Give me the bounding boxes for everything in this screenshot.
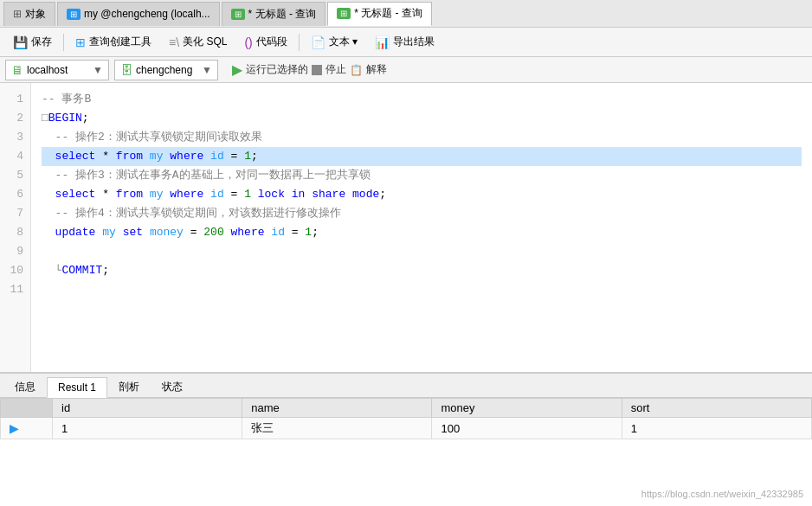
code-line-11 (42, 280, 802, 299)
col-name-header[interactable]: name (242, 399, 432, 418)
cell-money: 100 (432, 418, 622, 439)
text-button[interactable]: 📄 文本 ▾ (303, 31, 365, 54)
server-icon: 🖥 (11, 63, 23, 77)
stop-icon (312, 65, 322, 75)
code-line-5: -- 操作3：测试在事务A的基础上，对同一数据再上一把共享锁 (42, 166, 802, 185)
tab-query3[interactable]: ⊞ * 无标题 - 查询 (327, 2, 432, 26)
tab-status[interactable]: 状态 (151, 376, 194, 397)
cell-id: 1 (53, 418, 242, 439)
code-line-8: update my set money = 200 where id = 1; (42, 223, 802, 242)
run-controls: ▶ 运行已选择的 停止 📋 解释 (232, 61, 387, 78)
col-indicator-header (1, 399, 53, 418)
code-line-7: -- 操作4：测试共享锁锁定期间，对该数据进行修改操作 (42, 204, 802, 223)
connection-bar: 🖥 localhost ▼ 🗄 chengcheng ▼ ▶ 运行已选择的 停止… (0, 57, 812, 83)
query-tool-button[interactable]: ⊞ 查询创建工具 (68, 31, 159, 54)
save-icon: 💾 (13, 35, 28, 49)
export-icon: 📊 (375, 35, 390, 49)
stop-button[interactable]: 停止 (312, 62, 346, 77)
query-tool-icon: ⊞ (75, 35, 86, 49)
text-icon: 📄 (311, 35, 325, 49)
run-icon: ▶ (232, 61, 242, 78)
tab-result1[interactable]: Result 1 (47, 377, 107, 398)
bottom-tabs: 信息 Result 1 剖析 状态 (0, 374, 812, 398)
col-money-header[interactable]: money (432, 399, 622, 418)
db-dropdown-arrow: ▼ (202, 64, 212, 76)
code-editor[interactable]: -- 事务B □BEGIN; -- 操作2：测试共享锁锁定期间读取效果 sele… (31, 83, 812, 372)
editor-section: 1 2 3 4 5 6 7 8 9 10 11 -- 事务B □BEGIN; -… (0, 83, 812, 372)
editor-container: 1 2 3 4 5 6 7 8 9 10 11 -- 事务B □BEGIN; -… (0, 83, 812, 372)
code-line-1: -- 事务B (42, 90, 802, 109)
explain-icon: 📋 (350, 64, 363, 76)
query-icon-2: ⊞ (231, 9, 245, 20)
tab-info[interactable]: 信息 (3, 376, 47, 397)
run-button[interactable]: ▶ 运行已选择的 (232, 61, 308, 78)
code-line-2: □BEGIN; (42, 109, 802, 128)
table-row: ▶ 1 张三 100 1 (1, 418, 812, 439)
export-button[interactable]: 📊 导出结果 (367, 31, 442, 54)
beautify-icon: ≡\ (169, 35, 179, 49)
separator-1 (63, 34, 64, 51)
col-sort-header[interactable]: sort (622, 399, 811, 418)
col-id-header[interactable]: id (53, 399, 242, 418)
code-icon: () (244, 35, 252, 49)
tab-objects[interactable]: ⊞ 对象 (3, 2, 55, 26)
database-select[interactable]: 🗄 chengcheng ▼ (114, 60, 218, 80)
result-table: id name money sort ▶ 1 张三 100 1 (0, 398, 812, 439)
code-line-9 (42, 242, 802, 261)
watermark: https://blog.csdn.net/weixin_42332985 (641, 489, 803, 499)
server-select[interactable]: 🖥 localhost ▼ (5, 60, 109, 80)
cell-name: 张三 (242, 418, 432, 439)
cell-sort: 1 (622, 418, 811, 439)
code-line-4: select * from my where id = 1; (42, 147, 802, 166)
tab-profiling[interactable]: 剖析 (107, 376, 151, 397)
database-icon: 🗄 (120, 63, 132, 77)
query-icon-3: ⊞ (337, 8, 351, 19)
main-content: 1 2 3 4 5 6 7 8 9 10 11 -- 事务B □BEGIN; -… (0, 83, 812, 506)
tab-query1[interactable]: ⊞ my @chengcheng (localh... (57, 2, 220, 26)
code-line-3: -- 操作2：测试共享锁锁定期间读取效果 (42, 128, 802, 147)
tab-query2[interactable]: ⊞ * 无标题 - 查询 (222, 2, 326, 26)
code-line-10: └COMMIT; (42, 261, 802, 280)
server-dropdown-arrow: ▼ (93, 64, 103, 76)
separator-2 (299, 34, 300, 51)
table-icon: ⊞ (13, 8, 22, 20)
toolbar: 💾 保存 ⊞ 查询创建工具 ≡\ 美化 SQL () 代码段 📄 文本 ▾ 📊 … (0, 28, 812, 57)
query-icon-1: ⊞ (67, 9, 81, 20)
title-bar: ⊞ 对象 ⊞ my @chengcheng (localh... ⊞ * 无标题… (0, 0, 812, 28)
save-button[interactable]: 💾 保存 (5, 31, 60, 54)
line-numbers: 1 2 3 4 5 6 7 8 9 10 11 (0, 83, 31, 372)
beautify-button[interactable]: ≡\ 美化 SQL (161, 31, 235, 54)
code-line-6: select * from my where id = 1 lock in sh… (42, 185, 802, 204)
row-indicator: ▶ (1, 418, 53, 439)
table-header-row: id name money sort (1, 399, 812, 418)
code-button[interactable]: () 代码段 (236, 31, 294, 54)
bottom-panel: 信息 Result 1 剖析 状态 id name money (0, 372, 812, 506)
explain-button[interactable]: 📋 解释 (350, 62, 387, 77)
